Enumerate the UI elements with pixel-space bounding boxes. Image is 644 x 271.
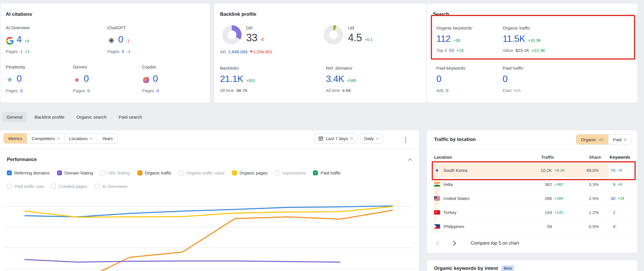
tab-organic-search[interactable]: Organic search	[72, 112, 111, 122]
keywords-value[interactable]: 9	[599, 224, 615, 229]
header-traffic[interactable]: Traffic	[520, 155, 554, 160]
checkbox-checked-icon[interactable]: ✓	[313, 170, 318, 175]
metric-toggle-domain-rating[interactable]: ✓Domain Rating	[57, 170, 93, 175]
location-name[interactable]: Turkey	[443, 210, 456, 215]
pages-value[interactable]: 0	[87, 88, 90, 93]
toggle-paid[interactable]: Paid0	[608, 135, 631, 144]
metric-toggle-label: Organic pages	[240, 170, 268, 175]
location-name[interactable]: Philippines	[443, 224, 464, 229]
backlinks-value[interactable]: 21.1K	[220, 74, 243, 84]
flag-icon-kr	[434, 168, 440, 172]
location-row-philippines[interactable]: Philippines580.5%9	[434, 219, 630, 233]
value-amount: $23.1K	[515, 48, 529, 53]
keywords-value[interactable]: 30	[599, 196, 615, 201]
dashboard-page: AI citationsi AI Overview 4 +4 Pages 1 +…	[0, 0, 644, 271]
toggle-organic[interactable]: Organic40	[576, 135, 608, 144]
gemini-icon	[73, 76, 81, 84]
traffic-value: 10.2K	[518, 168, 552, 173]
header-location[interactable]: Location	[434, 155, 520, 160]
metric-toggle-organic-traffic-value[interactable]: Organic traffic value	[179, 170, 225, 175]
location-row-turkey[interactable]: Turkey143+1411.2%1	[434, 205, 630, 219]
ref-domains-value[interactable]: 3.4K	[326, 74, 344, 84]
info-icon[interactable]: i	[33, 11, 33, 15]
tab-paid-search[interactable]: Paid search	[114, 112, 147, 122]
prev-page-button[interactable]	[436, 241, 441, 246]
location-name[interactable]: India	[443, 182, 453, 187]
segment-competitors[interactable]: Competitors	[27, 133, 65, 143]
metric-value[interactable]: 0	[118, 34, 123, 45]
info-icon[interactable]: i	[531, 25, 531, 28]
keywords-value[interactable]: 1	[599, 210, 615, 215]
top3-value[interactable]: 53	[449, 48, 454, 53]
info-icon[interactable]: i	[472, 25, 473, 28]
dr-value: 33	[246, 32, 257, 44]
checkbox-checked-icon[interactable]: ✓	[137, 170, 142, 175]
checkbox-unchecked-icon[interactable]	[7, 184, 12, 189]
checkbox-checked-icon[interactable]: ✓	[57, 170, 62, 175]
info-icon[interactable]: i	[524, 65, 525, 68]
compare-top5-link[interactable]: Compare top 5 on chart	[471, 241, 519, 246]
organic-keywords-delta: +30	[454, 38, 460, 44]
location-table-header: Location Traffic Share Keywords	[434, 153, 630, 161]
checkbox-unchecked-icon[interactable]	[179, 170, 184, 175]
ar-value[interactable]: 2,848,084	[228, 49, 248, 54]
metric-toggle-label: Paid traffic	[320, 170, 341, 175]
pages-value[interactable]: 0	[20, 88, 23, 93]
paid-keywords-value[interactable]: 0	[436, 74, 441, 84]
organic-keywords-value[interactable]: 112	[436, 34, 451, 44]
location-row-united-states[interactable]: United States286+2852.5%30+24	[434, 191, 630, 205]
info-icon[interactable]: i	[466, 65, 466, 68]
metric-value[interactable]: 4	[17, 34, 22, 45]
metric-toggle-paid-traffic-cost[interactable]: Paid traffic cost	[7, 184, 44, 189]
checkbox-unchecked-icon[interactable]	[100, 170, 105, 175]
info-icon[interactable]: i	[353, 65, 353, 68]
tab-backlink-profile[interactable]: Backlink profile	[30, 112, 69, 122]
segment-metrics[interactable]: Metrics	[4, 133, 27, 143]
metric-toggle-referring-domains[interactable]: ✓Referring domains	[7, 170, 50, 175]
next-page-button[interactable]	[451, 241, 456, 246]
checkbox-unchecked-icon[interactable]	[95, 184, 100, 189]
metric-toggle-url-rating[interactable]: URL Rating	[100, 170, 130, 175]
flag-icon-ph	[434, 224, 440, 229]
traffic-value: 58	[518, 224, 552, 229]
metric-toggle-organic-traffic[interactable]: ✓Organic traffic	[137, 170, 172, 175]
checkbox-checked-icon[interactable]: ✓	[232, 170, 237, 175]
metric-value[interactable]: 0	[153, 73, 158, 84]
pages-value[interactable]: 1	[20, 49, 23, 54]
date-range-button[interactable]: Last 7 days	[314, 133, 357, 144]
chevron-down-icon	[90, 136, 93, 139]
keywords-value[interactable]: 9	[599, 182, 615, 187]
location-row-india[interactable]: India382+3823.3%9+8	[434, 177, 630, 191]
info-icon[interactable]: i	[239, 65, 240, 68]
location-row-south-korea[interactable]: South Korea10.2K+9.1K89.0%70+6	[434, 163, 630, 177]
segment-locations[interactable]: Locations	[65, 133, 97, 143]
keywords-delta: +24	[615, 196, 630, 201]
metric-toggle-impressions[interactable]: Impressions	[275, 170, 306, 175]
checkbox-unchecked-icon[interactable]	[275, 170, 280, 175]
metric-toggle-crawled-pages[interactable]: Crawled pages	[51, 184, 87, 189]
metric-value[interactable]: 0	[84, 73, 89, 84]
paid-traffic-value[interactable]: 0	[503, 74, 507, 84]
metric-toggle-paid-traffic[interactable]: ✓Paid traffic	[313, 170, 341, 175]
granularity-button[interactable]: Daily	[360, 133, 383, 144]
header-keywords[interactable]: Keywords	[601, 155, 630, 160]
info-icon[interactable]: i	[355, 25, 355, 28]
keywords-value[interactable]: 70	[599, 168, 615, 173]
metric-toggle-ai-overviews[interactable]: AI Overviews	[95, 184, 127, 189]
metric-value[interactable]: 0	[17, 73, 22, 84]
location-name[interactable]: South Korea	[443, 168, 467, 173]
pages-value[interactable]: 0	[122, 49, 124, 54]
segment-years[interactable]: Years	[97, 133, 117, 143]
tab-general[interactable]: General	[2, 112, 27, 122]
location-name[interactable]: United States	[443, 196, 469, 201]
ads-value[interactable]: 0	[446, 88, 448, 93]
more-options-button[interactable]	[403, 136, 408, 144]
metric-toggle-organic-pages[interactable]: ✓Organic pages	[232, 170, 268, 175]
header-share[interactable]: Share	[574, 155, 601, 160]
checkbox-checked-icon[interactable]: ✓	[7, 170, 12, 175]
info-icon[interactable]: i	[253, 25, 254, 28]
organic-traffic-value[interactable]: 11.5K	[503, 34, 525, 44]
pages-value[interactable]: 0	[157, 88, 159, 93]
checkbox-unchecked-icon[interactable]	[51, 184, 56, 189]
collapse-section-button[interactable]	[408, 158, 413, 163]
